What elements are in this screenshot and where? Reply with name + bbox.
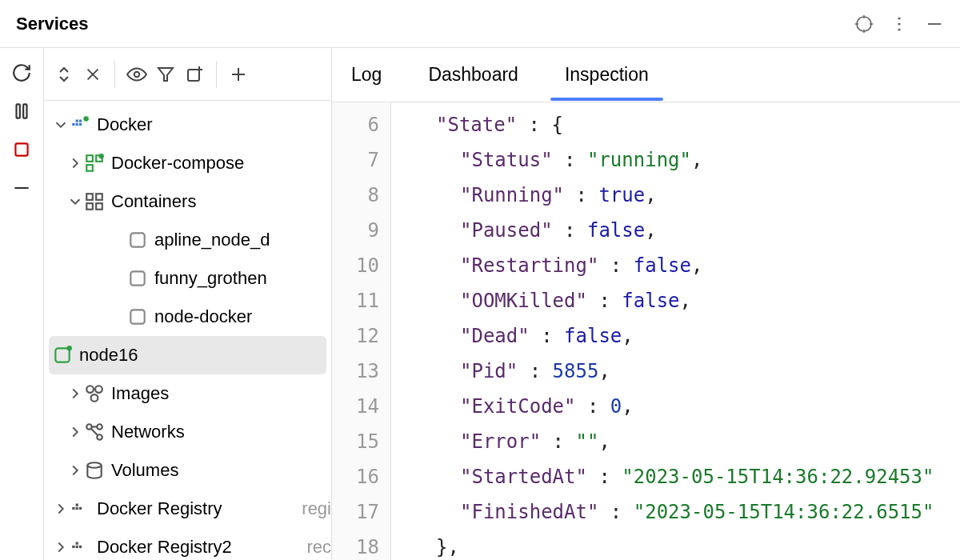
svg-rect-50 — [72, 507, 74, 510]
svg-point-40 — [66, 346, 72, 351]
filter-icon[interactable] — [154, 62, 178, 86]
svg-rect-35 — [96, 203, 102, 210]
tree-suffix: rec — [306, 537, 331, 558]
chevron-right-icon — [66, 385, 84, 402]
compose-icon — [84, 153, 105, 174]
svg-line-48 — [91, 429, 98, 436]
tabs: Log Dashboard Inspection — [332, 48, 960, 102]
add-icon[interactable] — [226, 62, 250, 86]
svg-rect-11 — [15, 143, 27, 155]
tree-label: node-docker — [154, 306, 331, 327]
svg-rect-53 — [76, 504, 78, 506]
minimize-rail-icon[interactable] — [11, 178, 32, 198]
tab-dashboard[interactable]: Dashboard — [425, 50, 522, 100]
tree-label: apline_node_d — [154, 230, 331, 250]
tree-docker-compose[interactable]: Docker-compose — [44, 144, 331, 182]
svg-rect-28 — [86, 156, 93, 162]
refresh-icon[interactable] — [11, 62, 32, 83]
expand-collapse-icon[interactable] — [52, 62, 76, 86]
tree-networks[interactable]: Networks — [44, 413, 331, 451]
docker-icon — [70, 498, 90, 519]
svg-point-49 — [87, 463, 101, 469]
tree-label: Docker-compose — [111, 153, 331, 174]
container-icon — [127, 230, 148, 250]
tree-images[interactable]: Images — [44, 374, 331, 413]
svg-rect-34 — [86, 203, 93, 210]
tree-container-item-selected[interactable]: node16 — [49, 336, 326, 374]
svg-rect-24 — [79, 123, 82, 126]
tab-inspection[interactable]: Inspection — [562, 50, 652, 100]
tree-container-item[interactable]: node-docker — [44, 298, 331, 336]
svg-rect-25 — [76, 120, 78, 122]
svg-point-43 — [91, 394, 98, 402]
svg-point-46 — [97, 425, 102, 430]
pause-icon[interactable] — [11, 101, 32, 122]
new-window-icon[interactable] — [182, 62, 206, 86]
svg-rect-30 — [86, 165, 93, 171]
tree-volumes[interactable]: Volumes — [44, 451, 331, 490]
tree-label: Docker Registry2 — [97, 537, 302, 558]
images-icon — [84, 383, 105, 404]
svg-rect-26 — [79, 120, 82, 122]
svg-rect-57 — [76, 542, 78, 545]
tree-container-item[interactable]: funny_grothen — [44, 259, 331, 298]
svg-rect-10 — [23, 104, 26, 118]
left-rail — [0, 48, 44, 560]
tree-label: Docker — [97, 114, 331, 135]
tree-registry[interactable]: Docker Registry2 rec — [44, 528, 331, 560]
svg-point-27 — [83, 116, 89, 122]
networks-icon — [84, 422, 105, 442]
tree-label: Networks — [111, 422, 331, 442]
svg-point-7 — [898, 28, 900, 30]
volumes-icon — [84, 460, 105, 481]
svg-rect-38 — [130, 310, 144, 324]
svg-rect-22 — [72, 123, 74, 126]
tree-containers[interactable]: Containers — [44, 182, 331, 221]
tree-registry[interactable]: Docker Registry regi — [44, 490, 331, 528]
svg-rect-52 — [79, 507, 82, 510]
separator — [216, 61, 217, 88]
content: Log Dashboard Inspection 678910111213141… — [332, 48, 960, 560]
chevron-right-icon — [66, 154, 84, 172]
svg-rect-37 — [130, 272, 144, 286]
docker-icon — [70, 114, 90, 135]
chevron-right-icon — [52, 500, 70, 518]
stop-icon[interactable] — [11, 139, 32, 160]
svg-rect-17 — [188, 70, 199, 81]
svg-point-15 — [134, 71, 140, 77]
gutter: 6789101112131415161718 — [332, 102, 391, 560]
minimize-icon[interactable] — [925, 14, 944, 34]
tree-label: Volumes — [111, 460, 331, 481]
chevron-right-icon — [66, 423, 84, 441]
chevron-down-icon — [52, 116, 70, 134]
code-view[interactable]: "State" : {"Status" : "running","Running… — [391, 102, 934, 560]
eye-icon[interactable] — [125, 62, 149, 86]
tree-docker[interactable]: Docker — [44, 106, 331, 144]
svg-rect-56 — [79, 546, 82, 548]
svg-point-42 — [95, 386, 102, 394]
sidebar: Docker Docker-compose Containers apline_… — [44, 48, 332, 560]
docker-icon — [70, 537, 90, 558]
tree-container-item[interactable]: apline_node_d — [44, 221, 331, 259]
container-running-icon — [52, 345, 73, 366]
svg-rect-36 — [130, 234, 144, 247]
chevron-right-icon — [52, 538, 70, 556]
container-icon — [127, 268, 148, 289]
more-vertical-icon[interactable] — [890, 14, 909, 34]
svg-rect-23 — [76, 123, 78, 126]
target-icon[interactable] — [854, 14, 874, 34]
main: Docker Docker-compose Containers apline_… — [0, 48, 960, 560]
close-icon[interactable] — [81, 62, 105, 86]
tree-label: Containers — [111, 191, 331, 212]
tree-label: funny_grothen — [154, 268, 331, 289]
sidebar-toolbar — [44, 48, 331, 101]
svg-rect-55 — [76, 546, 78, 548]
svg-rect-54 — [72, 546, 74, 548]
tab-log[interactable]: Log — [348, 50, 385, 100]
chevron-right-icon — [66, 462, 84, 479]
svg-rect-32 — [86, 194, 93, 201]
svg-point-31 — [98, 154, 104, 159]
chevron-down-icon — [66, 193, 84, 210]
svg-rect-51 — [76, 507, 78, 510]
svg-point-41 — [86, 386, 94, 394]
